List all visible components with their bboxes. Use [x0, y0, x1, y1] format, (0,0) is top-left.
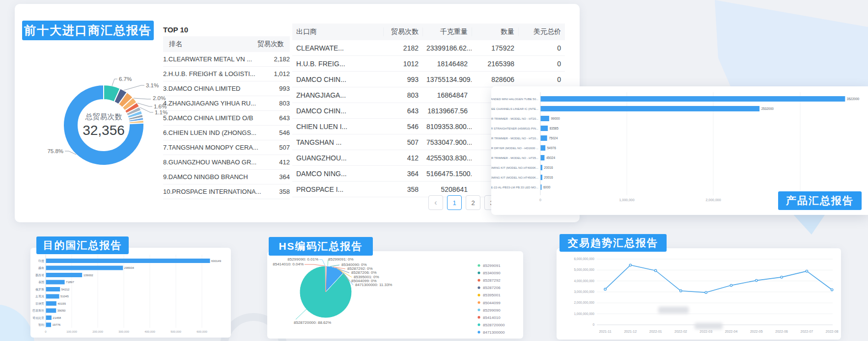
chart-text: 1,000,000,000 [574, 312, 594, 315]
table-cell: 8109353.800... [422, 123, 472, 131]
chart-text: 85414010 [483, 315, 501, 320]
page-button[interactable]: 1 [447, 195, 462, 210]
table-row: CLEARWATE...218223399186.62...1759220 [292, 40, 565, 56]
chart-text: 85299091: 0% [328, 257, 354, 262]
legend-dot [477, 316, 480, 318]
table-cell: 507 [383, 138, 422, 146]
data-point [604, 288, 606, 290]
top10-col-trades: 贸易次数 [257, 40, 284, 49]
chart-text: 6.7% [119, 76, 132, 82]
chart-text: 哥伦比亚 [32, 316, 44, 320]
chart-text: HAIR TRIMMER - MODEL NO - HT20... [491, 117, 538, 120]
chart-text: 2,000,000,000 [574, 301, 594, 304]
bar [541, 126, 548, 131]
top10-row-name: 7.TANGSHAN MONOPY CERA... [163, 144, 258, 151]
destination-bar-chart[interactable]: 印度630149越南295934墨西哥139002泰国71897俄罗斯54212… [30, 248, 231, 338]
chart-text: 71897 [66, 281, 74, 284]
bar [46, 259, 210, 263]
bar [46, 309, 56, 313]
bar [541, 165, 543, 170]
callout-line [124, 85, 144, 90]
chart-text: 印度 [38, 259, 44, 263]
legend-dot [477, 323, 480, 326]
data-point [705, 291, 707, 293]
top10-col-rank: 排名 [169, 40, 182, 49]
chart-text: 54976 [547, 146, 556, 150]
top10-row: 2.H.U.B. FREIGHT & LOGISTI...1,012 [163, 67, 290, 81]
table-cell: 7533047.900... [422, 138, 472, 146]
chart-text: 600,000 [196, 330, 207, 333]
top10-row-name: 4.ZHANGJIAGANG YIHUA RU... [163, 100, 256, 107]
data-point [654, 269, 656, 271]
chart-text: 85287206: 0% [351, 270, 377, 275]
chart-text: 85414010: 0.04% [273, 262, 304, 266]
legend-dot [477, 287, 480, 289]
chart-text: 8528720000 [483, 323, 505, 327]
chart-text: 巴基斯坦 [32, 309, 44, 312]
destination-summary-panel: 印度630149越南295934墨西哥139002泰国71897俄罗斯54212… [30, 248, 231, 338]
chart-text: 51045 [60, 295, 69, 298]
top10-row-value: 2,182 [274, 55, 290, 63]
table-cell: 5208641 [422, 185, 472, 193]
chart-text: 4,000,000,000 [574, 279, 594, 283]
chart-text: 6000 [543, 185, 551, 189]
prev-page-button[interactable]: ‹ [428, 195, 443, 210]
data-point [730, 284, 732, 286]
top10-row: 10.PROSPACE INTERNATIONA...358 [163, 184, 290, 199]
chart-text: 1,000,000 [619, 198, 634, 202]
table-cell: 5166475.1500... [422, 170, 472, 178]
table-cell: 643 [383, 107, 422, 115]
chart-text: 土耳其 [35, 294, 44, 298]
product-report-badge: 产品汇总报告 [778, 191, 862, 210]
table-cell: H.U.B. FREIG... [292, 60, 383, 68]
chart-text: 21458 [53, 316, 61, 319]
chart-text: 400,000 [144, 330, 155, 333]
chart-text: HRE-22-AL-PB33-LM PB.33 LED MO... [491, 186, 538, 189]
table-cell: TANGSHAN ... [292, 138, 383, 146]
table-cell: 358 [383, 185, 422, 193]
chart-text: 俄罗斯 [35, 288, 44, 291]
table-cell: PROSPACE I... [292, 185, 383, 193]
importer-report-badge: 前十大进口商汇总报告 [22, 21, 154, 40]
table-cell: CLEARWATE... [292, 44, 383, 52]
bar [541, 96, 845, 102]
chart-text: 85299090: 0.01% [287, 257, 318, 262]
chart-text: 2021-12 [624, 330, 637, 333]
importer-share-donut-chart[interactable]: 总贸易次数32,3566.7%3.1%2.0%1.6%1.1%75.8% [20, 64, 177, 186]
top10-row: 1.CLEARWATER METAL VN ...2,182 [163, 52, 290, 67]
blurred-watermark [695, 323, 723, 329]
chart-text: 99000 [551, 117, 560, 120]
chart-text: 8471300000: 11.33% [355, 283, 392, 287]
top10-row-value: 358 [279, 188, 290, 195]
data-point [756, 279, 757, 281]
hs-code-summary-panel: 85299090: 0.01%85414010: 0.04%85299091: … [267, 251, 523, 339]
table-cell: 412 [383, 154, 422, 162]
table-cell: DAMCO CHIN... [292, 107, 383, 115]
chart-text: 2,000,000 [705, 198, 721, 202]
exporter-col-header: 数量 [472, 27, 518, 36]
exporter-col-header: 美元总价 [518, 27, 565, 36]
chart-text: 3522000 [847, 97, 860, 101]
legend-dot [477, 331, 480, 333]
top10-row: 3.DAMCO CHINA LIMITED993 [163, 81, 290, 96]
chart-text: 19776 [52, 323, 60, 326]
bar [46, 294, 59, 299]
chart-text: 630149 [211, 260, 222, 262]
table-cell: 2182 [383, 44, 422, 52]
bar [46, 280, 65, 285]
table-cell: 4255303.830... [422, 154, 472, 162]
trend-report-badge: 交易趋势汇总报告 [560, 234, 667, 252]
chart-text: THREE CHANNELS LINEAR IC (INTE... [491, 107, 538, 110]
page-button[interactable]: 2 [466, 195, 480, 210]
chart-text: 85340090 [483, 271, 501, 275]
trend-line [605, 265, 832, 292]
bar [46, 315, 52, 320]
hs-code-pie-chart[interactable]: 85299090: 0.01%85414010: 0.04%85299091: … [267, 251, 523, 339]
top10-row-name: 8.GUANGZHOU WANBAO GR... [163, 158, 256, 166]
chart-text: 200,000 [92, 330, 103, 333]
table-cell: 13755134.909... [422, 76, 472, 83]
chart-text: 3.1% [146, 82, 159, 88]
top10-row: 6.CHIEN LUEN IND (ZHONGS...546 [163, 126, 290, 140]
chart-text: 54212 [61, 288, 70, 291]
table-cell: 23399186.62... [422, 44, 472, 52]
